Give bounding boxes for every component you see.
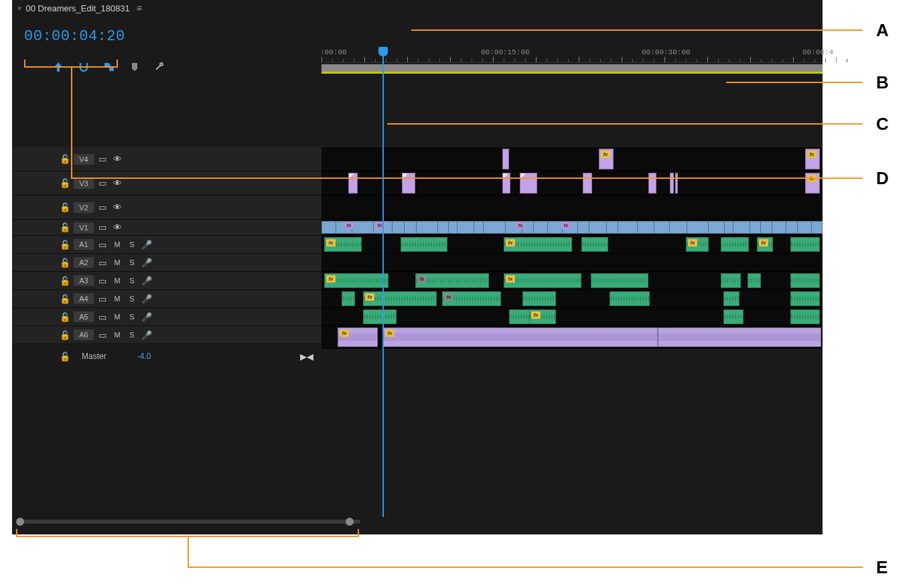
clip[interactable]: fx xyxy=(686,237,709,252)
clip[interactable]: fx xyxy=(363,291,437,306)
toggle-output-icon[interactable]: 👁 xyxy=(111,154,123,164)
add-marker-icon[interactable] xyxy=(129,61,141,73)
track-label[interactable]: A3 xyxy=(74,275,94,286)
voice-over-icon[interactable]: 🎤 xyxy=(141,294,153,304)
track-label[interactable]: V4 xyxy=(74,154,94,165)
clip[interactable]: fx xyxy=(415,273,489,288)
clip[interactable]: fx xyxy=(757,237,773,252)
mute-button[interactable]: M xyxy=(111,277,123,285)
zoom-handle-right[interactable] xyxy=(346,518,354,526)
clip[interactable] xyxy=(790,273,820,288)
clip[interactable] xyxy=(363,309,397,324)
clip[interactable] xyxy=(748,273,761,288)
clip[interactable] xyxy=(721,273,741,288)
track-header-a3[interactable]: 🔓 A3 ▭ M S 🎤 xyxy=(12,272,322,290)
voice-over-icon[interactable]: 🎤 xyxy=(141,276,153,286)
track-label[interactable]: A6 xyxy=(74,329,94,340)
master-track-header[interactable]: 🔓 Master -4.0 ▶◀ xyxy=(12,344,322,368)
clip[interactable] xyxy=(348,173,358,194)
track-label[interactable]: A5 xyxy=(74,311,94,322)
track-header-a2[interactable]: 🔓 A2 ▭ M S 🎤 xyxy=(12,254,322,272)
clip[interactable]: fx xyxy=(383,327,658,347)
clip[interactable] xyxy=(790,309,820,324)
clip[interactable]: fx xyxy=(442,291,501,306)
track-label[interactable]: A1 xyxy=(74,239,94,250)
sync-lock-icon[interactable]: ▭ xyxy=(96,202,109,212)
clip[interactable] xyxy=(790,237,820,252)
clip[interactable]: fx xyxy=(324,273,388,288)
solo-button[interactable]: S xyxy=(126,240,138,248)
track-header-a5[interactable]: 🔓 A5 ▭ M S 🎤 xyxy=(12,308,322,326)
track-content-a2[interactable] xyxy=(322,254,823,272)
track-header-v2[interactable]: 🔓 V2 ▭ 👁 xyxy=(12,196,322,220)
clip[interactable] xyxy=(342,291,355,306)
clip[interactable] xyxy=(723,291,739,306)
lock-icon[interactable]: 🔓 xyxy=(59,352,71,362)
sequence-tab-title[interactable]: 00 Dreamers_Edit_180831 xyxy=(25,3,129,13)
sync-lock-icon[interactable]: ▭ xyxy=(96,240,109,250)
clip[interactable] xyxy=(658,327,821,347)
mute-button[interactable]: M xyxy=(111,295,123,303)
clip[interactable]: fx xyxy=(504,273,581,288)
clip[interactable] xyxy=(790,291,820,306)
voice-over-icon[interactable]: 🎤 xyxy=(141,240,153,250)
lock-icon[interactable]: 🔓 xyxy=(59,154,71,164)
clip[interactable]: fx xyxy=(504,237,572,252)
track-content-v2[interactable] xyxy=(322,196,823,220)
sync-lock-icon[interactable]: ▭ xyxy=(96,294,109,304)
clip[interactable] xyxy=(670,173,674,194)
sync-lock-icon[interactable]: ▭ xyxy=(96,312,109,322)
clip[interactable] xyxy=(591,273,648,288)
track-header-v4[interactable]: 🔓 V4 ▭ 👁 xyxy=(12,147,322,171)
master-output-icon[interactable]: ▶◀ xyxy=(300,352,313,362)
lock-icon[interactable]: 🔓 xyxy=(59,312,71,322)
zoom-slider[interactable] xyxy=(12,517,360,525)
zoom-handle-left[interactable] xyxy=(16,518,24,526)
clip[interactable] xyxy=(522,291,556,306)
lock-icon[interactable]: 🔓 xyxy=(59,330,71,340)
clip[interactable] xyxy=(520,173,537,194)
track-content-a6[interactable]: fxfx xyxy=(322,326,823,349)
mute-button[interactable]: M xyxy=(111,313,123,321)
track-content-v1[interactable]: fxfxfxfx xyxy=(322,220,823,236)
toggle-output-icon[interactable]: 👁 xyxy=(111,202,123,212)
sync-lock-icon[interactable]: ▭ xyxy=(96,178,109,188)
zoom-track[interactable] xyxy=(20,520,360,524)
lock-icon[interactable]: 🔓 xyxy=(59,222,71,232)
solo-button[interactable]: S xyxy=(126,313,138,321)
mute-button[interactable]: M xyxy=(111,259,123,267)
track-label[interactable]: V3 xyxy=(74,178,94,189)
lock-icon[interactable]: 🔓 xyxy=(59,294,71,304)
voice-over-icon[interactable]: 🎤 xyxy=(141,258,153,268)
clip[interactable]: fx xyxy=(805,149,820,169)
sync-lock-icon[interactable]: ▭ xyxy=(96,330,109,340)
lock-icon[interactable]: 🔓 xyxy=(59,202,71,212)
clip[interactable] xyxy=(322,221,823,234)
lock-icon[interactable]: 🔓 xyxy=(59,258,71,268)
toggle-output-icon[interactable]: 👁 xyxy=(111,178,123,188)
track-label[interactable]: A4 xyxy=(74,293,94,304)
master-db-value[interactable]: -4.0 xyxy=(137,352,151,361)
clip[interactable]: fx xyxy=(805,173,820,194)
sync-lock-icon[interactable]: ▭ xyxy=(96,222,109,232)
time-ruler[interactable]: :00:0000:00:15:0000:00:30:0000:00:4 xyxy=(322,47,823,87)
clip[interactable]: fx xyxy=(338,327,378,347)
clip[interactable] xyxy=(648,173,656,194)
playhead-indicator[interactable] xyxy=(378,47,388,56)
clip[interactable] xyxy=(721,237,749,252)
current-timecode-display[interactable]: 00:00:04:20 xyxy=(24,28,313,45)
clip[interactable] xyxy=(502,149,509,169)
mute-button[interactable]: M xyxy=(111,240,123,248)
track-header-a4[interactable]: 🔓 A4 ▭ M S 🎤 xyxy=(12,290,322,308)
solo-button[interactable]: S xyxy=(126,277,138,285)
solo-button[interactable]: S xyxy=(126,331,138,339)
clip[interactable] xyxy=(402,173,415,194)
lock-icon[interactable]: 🔓 xyxy=(59,240,71,250)
track-content-a3[interactable]: fxfxfx xyxy=(322,272,823,290)
solo-button[interactable]: S xyxy=(126,259,138,267)
clip[interactable]: fx xyxy=(324,237,362,252)
clip[interactable]: fx xyxy=(529,309,556,324)
track-header-v3[interactable]: 🔓 V3 ▭ 👁 xyxy=(12,171,322,196)
mute-button[interactable]: M xyxy=(111,331,123,339)
track-label[interactable]: A2 xyxy=(74,257,94,268)
